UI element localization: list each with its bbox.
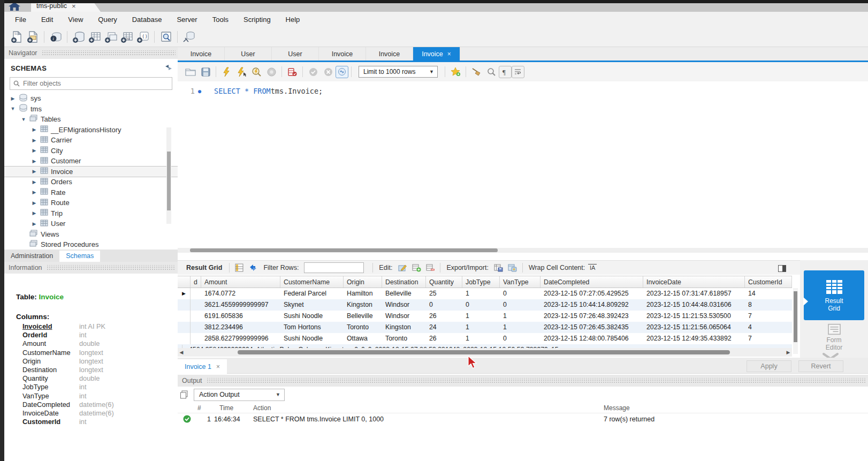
filter-rows-input[interactable] (304, 262, 364, 273)
tree-arrow-icon[interactable]: ▼ (10, 106, 16, 111)
table-row[interactable]: 3621.4559999999997SkynetKingstonWindsor0… (178, 299, 792, 311)
tree-arrow-icon[interactable]: ▶ (31, 200, 37, 206)
insert-row-icon[interactable] (409, 261, 423, 274)
grid-cell[interactable] (191, 311, 201, 322)
grid-col-header-2[interactable]: CustomerName (280, 276, 344, 288)
open-sql-script-icon[interactable] (25, 29, 41, 44)
grid-cell[interactable]: 3812.234496 (201, 322, 280, 333)
grid-cell[interactable]: Skynet (280, 299, 344, 311)
grid-cell[interactable]: Hamilton (344, 288, 382, 299)
menu-item-database[interactable]: Database (125, 13, 170, 26)
grid-view-icon[interactable] (232, 261, 246, 274)
tree-item-table-route[interactable]: ▶Route (4, 198, 178, 208)
grid-col-header-1[interactable]: Amount (201, 276, 280, 288)
grid-col-header-5[interactable]: Quantity (426, 276, 462, 288)
grid-cell[interactable]: 1 (462, 322, 500, 333)
grid-cell[interactable]: 0 (462, 299, 500, 311)
grid-col-header-0[interactable]: d (191, 276, 201, 288)
tree-item-views[interactable]: Views (4, 229, 178, 240)
tree-arrow-icon[interactable]: ▶ (31, 138, 37, 143)
grid-col-header-4[interactable]: Destination (382, 276, 426, 288)
search-data-icon[interactable] (158, 29, 174, 44)
grid-cell[interactable]: Belleville (344, 311, 382, 322)
grid-cell[interactable]: Toronto (344, 322, 382, 333)
query-tab-0[interactable]: Invoice (178, 47, 225, 61)
query-tab-4[interactable]: Invoice (366, 47, 413, 61)
grid-cell[interactable]: Federal Parcel (280, 288, 344, 299)
execute-current-icon[interactable] (234, 65, 249, 79)
grid-cell[interactable]: Ottawa (344, 333, 382, 344)
grid-cell[interactable] (191, 322, 201, 333)
grid-horizontal-scrollbar[interactable]: ◀ ▶ (178, 348, 792, 357)
tree-item-table-carrier[interactable]: ▶Carrier (4, 135, 178, 146)
grid-vertical-scrollbar[interactable] (793, 288, 798, 354)
close-result-icon[interactable]: × (216, 363, 220, 371)
tree-arrow-icon[interactable]: ▶ (31, 127, 37, 132)
reconnect-db-icon[interactable] (181, 29, 197, 44)
invisible-chars-icon[interactable]: ¶ (499, 66, 512, 78)
tree-item-table-rate[interactable]: ▶Rate (4, 187, 178, 198)
row-selector[interactable] (178, 299, 191, 311)
open-script-icon[interactable] (183, 65, 198, 79)
tree-arrow-icon[interactable]: ▶ (31, 210, 37, 216)
menu-item-tools[interactable]: Tools (205, 13, 236, 26)
beautify-icon[interactable] (469, 65, 484, 79)
tree-item-sys[interactable]: ▶sys (4, 93, 178, 104)
grid-cell[interactable]: 25 (426, 288, 462, 299)
tree-item-tables[interactable]: ▼Tables (4, 114, 178, 125)
grid-cell[interactable]: 0 (500, 299, 540, 311)
editor-horizontal-scrollbar[interactable] (178, 248, 868, 253)
sql-editor[interactable]: 1 ● SELECT * FROM tms.Invoice; (178, 81, 868, 248)
form-editor-button[interactable]: FormEditor (804, 323, 864, 351)
wrap-cell-content-icon[interactable]: IA (588, 264, 597, 271)
scroll-right-icon[interactable]: ▶ (785, 350, 792, 355)
tab-schemas[interactable]: Schemas (59, 251, 100, 262)
import-recordset-icon[interactable] (506, 261, 520, 274)
result-grid-view-button[interactable]: ResultGrid (804, 270, 864, 320)
execute-icon[interactable] (219, 65, 234, 79)
grid-cell[interactable]: 7 (745, 333, 792, 344)
stop-icon[interactable] (264, 65, 279, 79)
grid-cell[interactable]: 2023-12-15 07:27:05.429525 (540, 288, 643, 299)
tree-arrow-icon[interactable]: ▶ (31, 158, 37, 164)
explain-icon[interactable] (249, 65, 264, 79)
grid-cell[interactable]: 26 (426, 333, 462, 344)
rollback-icon[interactable] (321, 65, 336, 79)
menu-item-view[interactable]: View (60, 13, 90, 26)
tab-administration[interactable]: Administration (4, 251, 59, 262)
collapse-panel-icon[interactable] (775, 262, 789, 275)
grid-cell[interactable]: 2023-12-15 11:21:53.530500 (643, 311, 745, 322)
grid-col-header-7[interactable]: VanType (500, 276, 540, 288)
grid-cell[interactable]: Sushi Noodle (280, 333, 344, 344)
grid-cell[interactable]: Kingston (344, 299, 382, 311)
grid-cell[interactable]: 6191.605836 (201, 311, 280, 322)
row-limit-select[interactable]: Limit to 1000 rows▼ (359, 66, 438, 78)
table-row[interactable]: ▶1674.0772Federal ParcelHamiltonBellevil… (178, 288, 792, 299)
grid-cell[interactable]: 0 (500, 333, 540, 344)
tree-arrow-icon[interactable]: ▶ (31, 148, 37, 153)
edit-record-icon[interactable] (395, 261, 409, 274)
grid-cell[interactable]: Toronto (382, 333, 426, 344)
grid-cell[interactable]: 7 (745, 311, 792, 322)
row-selector[interactable] (178, 322, 191, 333)
refresh-icon[interactable] (246, 261, 260, 274)
grid-cell[interactable]: 2858.6227999999996 (201, 333, 280, 344)
menu-item-server[interactable]: Server (169, 13, 204, 26)
create-view-icon[interactable] (103, 29, 119, 44)
menu-item-scripting[interactable]: Scripting (236, 13, 278, 26)
grid-cell[interactable]: 0 (426, 299, 462, 311)
grid-col-header-8[interactable]: DateCompleted (540, 276, 643, 288)
grid-cell[interactable] (191, 288, 201, 299)
query-tab-5[interactable]: Invoice× (413, 47, 460, 61)
close-tab-icon[interactable]: × (447, 50, 451, 58)
grid-cell[interactable]: 1 (500, 322, 540, 333)
tree-arrow-icon[interactable]: ▶ (31, 221, 37, 226)
new-sql-editor-icon[interactable]: SQL (9, 29, 25, 44)
copy-output-icon[interactable] (180, 390, 188, 399)
tree-item-table-city[interactable]: ▶City (4, 146, 178, 156)
menu-item-edit[interactable]: Edit (34, 13, 60, 26)
grid-cell[interactable]: 0 (500, 288, 540, 299)
grid-col-header-3[interactable]: Origin (344, 276, 382, 288)
tree-item-table-orders[interactable]: ▶Orders (4, 177, 178, 187)
tree-scrollbar[interactable] (166, 127, 171, 224)
